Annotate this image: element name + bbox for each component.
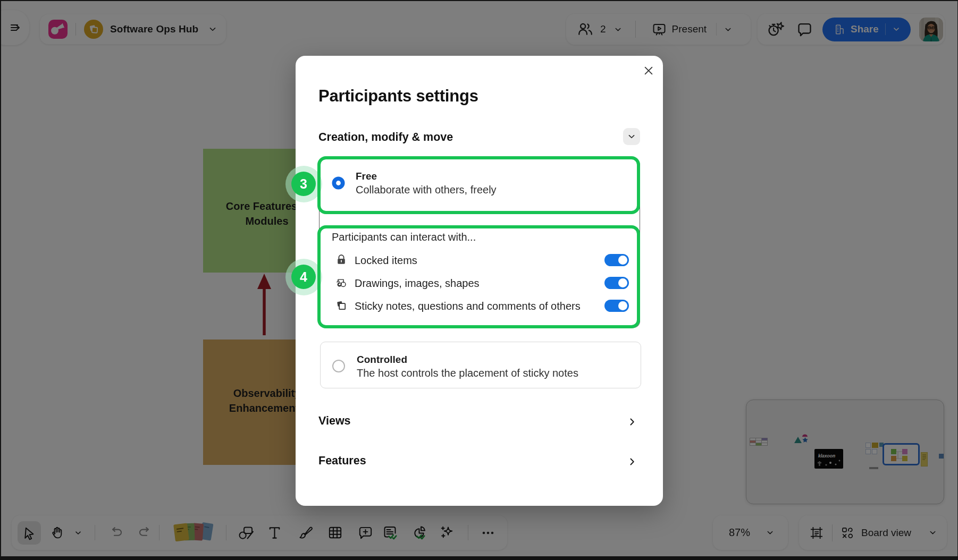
badge-number: 3 [300,176,307,192]
annotation-badge-3: 3 [291,172,316,196]
window-edge [0,0,1,560]
annotation-rect-step3 [317,156,640,214]
badge-number: 4 [300,269,307,285]
radio-unselected-icon[interactable] [332,360,345,372]
chevron-right-icon [626,456,638,468]
window-edge [0,0,958,1]
controlled-option-card[interactable]: Controlled The host controls the placeme… [320,342,641,388]
annotation-rect-step4 [317,225,640,328]
chevron-right-icon [626,416,638,428]
views-label: Views [318,414,351,427]
section-collapse-button[interactable] [623,128,640,145]
controlled-option-description: The host controls the placement of stick… [357,367,578,379]
section-title: Creation, modify & move [318,130,453,145]
modal-title: Participants settings [318,86,478,107]
controlled-option-title: Controlled [357,354,407,366]
close-icon[interactable] [643,65,654,77]
views-row[interactable]: Views [318,414,640,430]
annotation-badge-4: 4 [291,265,316,289]
window-edge [0,556,958,560]
features-row[interactable]: Features [318,454,640,470]
chevron-down-icon [627,132,636,141]
app-window: Core Features & Modules Observability En… [0,0,958,560]
features-label: Features [318,454,366,467]
